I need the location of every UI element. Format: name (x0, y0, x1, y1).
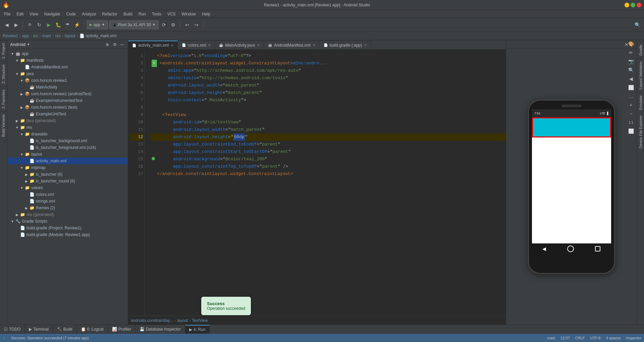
status-crlf[interactable]: CRLF (575, 336, 585, 340)
tree-item-build-gradle-app[interactable]: 📄 build.gradle (Module: Review1.app) (7, 231, 128, 238)
tab-logcat[interactable]: 📋 6: Logcat (77, 325, 108, 334)
profile-btn[interactable]: ⚡ (73, 21, 81, 29)
debug-btn[interactable]: 🐛 (54, 21, 62, 29)
tree-item-java-generated[interactable]: ▶ 📁 java (generated) (7, 117, 128, 124)
actual-size-icon[interactable]: 1:1 (627, 119, 635, 126)
favorites-tab[interactable]: 2: Favorites (0, 87, 7, 111)
menu-run[interactable]: Run (136, 11, 149, 17)
tab-close-activity[interactable]: ✕ (171, 44, 173, 47)
tree-item-exampleunit[interactable]: ☕ ExampleUnitTest (7, 111, 128, 117)
tab-database[interactable]: 💾 Database Inspector (136, 325, 185, 334)
breadcrumb-review1[interactable]: Review1 (3, 34, 18, 38)
tree-item-manifests[interactable]: ▼ 📁 manifests (7, 57, 128, 64)
tree-item-ic-launcher-fg[interactable]: 📄 ic_launcher_foreground.xml (v24) (7, 144, 128, 151)
tab-close-main[interactable]: ✕ (257, 43, 260, 47)
tree-item-app[interactable]: ▼ 🤖 app (7, 50, 128, 57)
maximize-button[interactable] (631, 3, 635, 7)
tree-item-ic-launcher[interactable]: ▶ 📁 ic_launcher (6) (7, 171, 128, 178)
redo-btn[interactable]: ↪ (193, 21, 201, 29)
tree-item-java[interactable]: ▼ 📁 java (7, 70, 128, 77)
emulator-tab[interactable]: Emulator (637, 92, 644, 113)
tree-item-package2[interactable]: ▶ 📦 com.huncm.review1 (androidTest) (7, 91, 128, 97)
avd-manager-btn[interactable]: ⟳ (160, 21, 168, 29)
build-btn[interactable]: ⚙ (26, 21, 34, 29)
tree-item-exampleinstrumented[interactable]: ☕ ExampleInstrumentedTest (7, 97, 128, 104)
square-icon[interactable]: ⬜ (627, 84, 635, 91)
tree-item-mipmap[interactable]: ▼ 📁 mipmap (7, 164, 128, 171)
tab-close-gradle[interactable]: ✕ (364, 43, 367, 47)
coverage-btn[interactable]: ☂ (63, 21, 71, 29)
tree-item-package1[interactable]: ▼ 📦 com.huncm.review1 (7, 77, 128, 84)
tree-item-layout[interactable]: ▼ 📁 layout (7, 151, 128, 158)
fit-screen-icon[interactable]: ⬜ (627, 127, 635, 135)
camera-icon[interactable]: 📷 (627, 58, 635, 65)
tree-item-values[interactable]: ▼ 📁 values (7, 184, 128, 191)
menu-build[interactable]: Build (121, 11, 135, 17)
menu-window[interactable]: Window (179, 11, 199, 17)
breadcrumb-main[interactable]: main (42, 34, 51, 38)
back-btn[interactable]: ◀ (3, 21, 11, 29)
tree-item-ic-launcher-round[interactable]: ▶ 📁 ic_launcher_round (6) (7, 178, 128, 184)
menu-edit[interactable]: Edit (14, 11, 26, 17)
structure-tab[interactable]: Z: Structure (0, 61, 7, 86)
tab-androidmanifest[interactable]: 🤖 AndroidManifest.xml ✕ (264, 41, 320, 49)
undo-btn[interactable]: ↩ (183, 21, 191, 29)
sync-btn[interactable]: ↻ (35, 21, 43, 29)
zoom-in-icon[interactable]: + (627, 101, 635, 109)
status-encoding[interactable]: UTF-8 (590, 336, 601, 340)
forward-btn[interactable]: ▶ (12, 21, 20, 29)
panel-icon-collapse[interactable]: — (119, 42, 125, 48)
tree-item-res-generated[interactable]: ▶ 📁 res (generated) (7, 211, 128, 218)
menu-tools[interactable]: Tools (149, 11, 164, 17)
device-dropdown[interactable]: 📱 Pixel 3a XL API 30 ▼ (109, 20, 159, 29)
tab-run[interactable]: ▶ 4: Run (185, 325, 210, 334)
menu-analyze[interactable]: Analyze (79, 11, 99, 17)
menu-vcs[interactable]: VCS (165, 11, 178, 17)
menu-file[interactable]: File (1, 11, 13, 17)
code-content[interactable]: <?xml version="1.0" encoding="utf-8"?> C… (145, 50, 506, 316)
tree-item-themes[interactable]: ▶ 📁 themes (2) (7, 205, 128, 211)
tree-item-androidmanifest[interactable]: 📄 AndroidManifest.xml (7, 64, 128, 70)
menu-view[interactable]: View (27, 11, 41, 17)
layout-validation-tab[interactable]: Layout Validation (637, 58, 644, 92)
breadcrumb-file[interactable]: 📄 (79, 34, 85, 38)
tab-activity-main[interactable]: 📄 activity_main.xml ✕ (128, 41, 178, 49)
close-button[interactable] (637, 3, 641, 7)
minimize-button[interactable] (625, 3, 629, 7)
breadcrumb-app[interactable]: app (22, 34, 29, 38)
bottom-breadcrumb-layout[interactable]: layout (177, 318, 188, 323)
tree-item-drawable[interactable]: ▼ 📁 drawable (7, 131, 128, 137)
tree-item-gradle-scripts[interactable]: ▼ 🔧 Gradle Scripts (7, 218, 128, 225)
bottom-breadcrumb-constraint[interactable]: androidx.constraintlay... (131, 318, 173, 323)
build-variants-tab[interactable]: Build Variants (0, 111, 7, 139)
zoom-icon[interactable]: 🔍 (627, 66, 635, 74)
menu-help[interactable]: Help (199, 11, 213, 17)
tree-item-build-gradle-proj[interactable]: 📄 build.gradle (Project: Review1) (7, 225, 128, 231)
tab-close-manifest[interactable]: ✕ (313, 43, 315, 47)
more-icon[interactable]: … (627, 93, 635, 100)
tab-close-colors[interactable]: ✕ (208, 43, 211, 47)
breadcrumb-src[interactable]: src (33, 34, 38, 38)
breadcrumb-filename[interactable]: activity_main.xml (86, 34, 116, 38)
menu-navigate[interactable]: Navigate (42, 11, 63, 17)
tab-terminal[interactable]: ▶ Terminal (25, 325, 53, 334)
menu-code[interactable]: Code (63, 11, 78, 17)
palette-icon[interactable]: 🎨 (627, 40, 635, 48)
run-btn[interactable]: ▶ (45, 21, 53, 29)
sdk-manager-btn[interactable]: ⚙ (169, 21, 177, 29)
bottom-breadcrumb-textview[interactable]: TextView (192, 318, 208, 323)
tree-item-ic-launcher-bg[interactable]: 📄 ic_launcher_background.xml (7, 137, 128, 144)
tab-build[interactable]: 🔨 Build (53, 325, 77, 334)
panel-icon-settings[interactable]: ⚙ (112, 42, 118, 48)
tree-item-colors[interactable]: 📄 colors.xml (7, 191, 128, 198)
tree-item-res[interactable]: ▼ 📁 res (7, 124, 128, 131)
tab-profiler[interactable]: 📊 Profiler (108, 325, 136, 334)
device-file-tab[interactable]: Device File Explorer (637, 113, 644, 151)
status-spaces[interactable]: 4 spaces (606, 336, 621, 340)
panel-icon-scope[interactable]: ⊕ (104, 42, 110, 48)
android-dropdown-icon[interactable]: ▼ (27, 43, 30, 46)
tab-mainactivity[interactable]: ☕ MainActivity.java ✕ (215, 41, 264, 49)
back-arrow-icon[interactable]: ◀ (627, 75, 635, 82)
menu-refactor[interactable]: Refactor (100, 11, 120, 17)
project-tab[interactable]: 1: Project (0, 40, 7, 61)
